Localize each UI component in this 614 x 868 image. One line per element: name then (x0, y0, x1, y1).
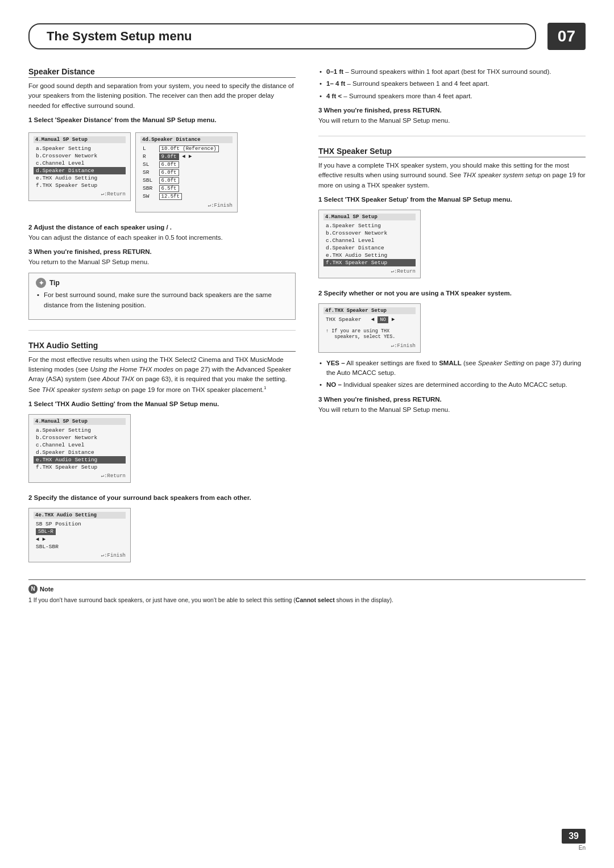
speaker-distance-values-screen: 4d.Speaker Distance L 10.0ft (Reference)… (135, 132, 238, 212)
screen5-thx-label: THX Speaker ◄ NO ► (323, 316, 416, 324)
page-title: The System Setup menu (28, 23, 536, 49)
thx-speaker-setup-screen: 4.Manual SP Setup a.Speaker Setting b.Cr… (318, 210, 421, 278)
thx-speaker-intro: If you have a complete THX speaker syste… (318, 161, 586, 190)
sd-row-SBR: SBR 6.5ft (140, 185, 233, 193)
speaker-distance-step3: 3 When you're finished, press RETURN. (28, 248, 296, 255)
screen3-footer: ↵:Finish (34, 552, 126, 558)
thx-speaker-title: THX Speaker Setup (318, 147, 586, 157)
screen1-right-title: 4d.Speaker Distance (140, 136, 233, 143)
screen3-opt-selected: SBL-R (36, 528, 56, 535)
screen2-footer: ↵:Return (34, 473, 126, 479)
screen4-row-a: a.Speaker Setting (323, 222, 416, 229)
screen2-row-b: b.Crossover Network (34, 434, 126, 441)
speaker-distance-step2-body: You can adjust the distance of each spea… (28, 233, 296, 243)
page-container: The System Setup menu 07 Speaker Distanc… (0, 0, 614, 868)
screen1-left-title: 4.Manual SP Setup (34, 136, 126, 143)
tip-icon: ✦ (36, 278, 46, 288)
screen4-title: 4.Manual SP Setup (323, 214, 416, 220)
thx-speaker-bullets: YES – All speaker settings are fixed to … (318, 358, 586, 390)
screen3-sbl-sbr: SBL-SBR (34, 543, 126, 550)
speaker-distance-intro: For good sound depth and separation from… (28, 81, 296, 111)
screen2-row-a: a.Speaker Setting (34, 427, 126, 434)
screen4-row-b: b.Crossover Network (323, 229, 416, 237)
screen3-options2: ◄ ► (34, 536, 126, 543)
screen1-right-footer: ↵:Finish (140, 202, 233, 208)
note-box: N Note 1 If you don't have surround back… (28, 579, 586, 605)
tip-item-1: For best surround sound, make sure the s… (36, 290, 288, 310)
speaker-distance-step2: 2 Adjust the distance of each speaker us… (28, 224, 296, 231)
screen1-row-e: e.THX Audio Setting (34, 174, 126, 182)
note-icon: N (28, 585, 38, 594)
screen5-footer: ↵:Finish (323, 343, 416, 349)
thx-audio-step1: 1 Select 'THX Audio Setting' from the Ma… (28, 400, 296, 407)
speaker-distance-step1: 1 Select 'Speaker Distance' from the Man… (28, 116, 296, 123)
main-content: Speaker Distance For good sound depth an… (28, 67, 586, 568)
page-header: The System Setup menu 07 (28, 23, 586, 50)
thx-audio-title: THX Audio Setting (28, 341, 296, 352)
sd-row-L: L 10.0ft (Reference) (140, 145, 233, 153)
manual-sp-setup-screen: 4.Manual SP Setup a.Speaker Setting b.Cr… (28, 132, 131, 201)
distance-bullet-list: 0–1 ft – Surround speakers within 1 foot… (318, 67, 586, 101)
screen2-row-d: d.Speaker Distance (34, 449, 126, 456)
note-title: N Note (28, 585, 586, 594)
thx-audio-footnote-marker: 1 (264, 385, 266, 390)
screen5-title: 4f.THX Speaker Setup (323, 307, 416, 314)
note-label: Note (40, 585, 53, 594)
sd-row-SR: SR 6.0ft (140, 169, 233, 177)
tip-title: ✦ Tip (36, 278, 288, 288)
page-footer: 39 En (562, 829, 586, 851)
screen3-subtitle: SB SP Position (34, 520, 126, 528)
speaker-distance-section: Speaker Distance For good sound depth an… (28, 67, 296, 267)
screen4-row-f-highlighted: f.THX Speaker Setup (323, 259, 416, 266)
screen1-row-b: b.Crossover Network (34, 152, 126, 160)
speaker-distance-step3-body: You return to the Manual SP Setup menu. (28, 257, 296, 267)
screen4-row-c: c.Channel Level (323, 237, 416, 244)
chapter-number: 07 (547, 23, 586, 50)
right-step3-heading: 3 When you're finished, press RETURN. (318, 107, 586, 114)
screen1-row-a: a.Speaker Setting (34, 145, 126, 152)
section-divider-2 (318, 136, 586, 136)
screen1-left-footer: ↵:Return (34, 191, 126, 197)
page-number: 39 (562, 829, 586, 844)
screen2-title: 4.Manual SP Setup (34, 418, 126, 425)
note-item-1: 1 If you don't have surround back speake… (28, 596, 586, 605)
sd-row-R: R 9.0ft ◄ ► (140, 153, 233, 161)
distance-bullets-section: 0–1 ft – Surround speakers within 1 foot… (318, 67, 586, 126)
right-step3-body: You will return to the Manual SP Setup m… (318, 116, 586, 126)
page-lang: En (579, 845, 586, 851)
sd-row-SW: SW 12.5ft (140, 193, 233, 201)
speaker-distance-title: Speaker Distance (28, 67, 296, 78)
screen5-note: ↑ If you are using THX speakers, select … (323, 327, 416, 341)
thx-speaker-step3-body: You will return to the Manual SP Setup m… (318, 405, 586, 415)
screen1-row-f: f.THX Speaker Setup (34, 182, 126, 189)
screen1-row-d-highlighted: d.Speaker Distance (34, 167, 126, 174)
dist-bullet-0-1: 0–1 ft – Surround speakers within 1 foot… (318, 67, 586, 77)
screen3-title: 4e.THX Audio Setting (34, 512, 126, 519)
screen2-row-e-highlighted: e.THX Audio Setting (34, 456, 126, 464)
section-divider-1 (28, 330, 296, 331)
screen2-row-f: f.THX Speaker Setup (34, 464, 126, 471)
thx-speaker-step1: 1 Select 'THX Speaker Setup' from the Ma… (318, 196, 586, 203)
tip-label: Tip (49, 279, 60, 287)
screen4-row-e: e.THX Audio Setting (323, 252, 416, 259)
sd-row-SL: SL 6.0ft (140, 161, 233, 169)
thx-speaker-step2: 2 Specify whether or not you are using a… (318, 290, 586, 297)
thx-speaker-yn-screen: 4f.THX Speaker Setup THX Speaker ◄ NO ► … (318, 303, 421, 353)
screen4-row-d: d.Speaker Distance (323, 244, 416, 252)
tip-box: ✦ Tip For best surround sound, make sure… (28, 273, 296, 320)
right-column: 0–1 ft – Surround speakers within 1 foot… (318, 67, 586, 568)
thx-audio-position-screen: 4e.THX Audio Setting SB SP Position SBL-… (28, 508, 131, 562)
dist-bullet-1-4: 1– 4 ft – Surround speakers between 1 an… (318, 79, 586, 89)
screen4-footer: ↵:Return (323, 268, 416, 274)
left-column: Speaker Distance For good sound depth an… (28, 67, 296, 568)
sd-row-SBL: SBL 6.0ft (140, 177, 233, 185)
thx-speaker-no-bullet: NO – Individual speaker sizes are determ… (318, 380, 586, 390)
screen2-row-c: c.Channel Level (34, 441, 126, 449)
screen5-no-value: NO (377, 316, 388, 323)
thx-speaker-step3: 3 When you're finished, press RETURN. (318, 396, 586, 403)
screen1-row-c: c.Channel Level (34, 160, 126, 167)
screen3-options: SBL-R (34, 528, 126, 536)
speaker-distance-screens: 4.Manual SP Setup a.Speaker Setting b.Cr… (28, 128, 296, 218)
dist-bullet-4plus: 4 ft < – Surround speakers more than 4 f… (318, 91, 586, 101)
tip-list: For best surround sound, make sure the s… (36, 290, 288, 310)
